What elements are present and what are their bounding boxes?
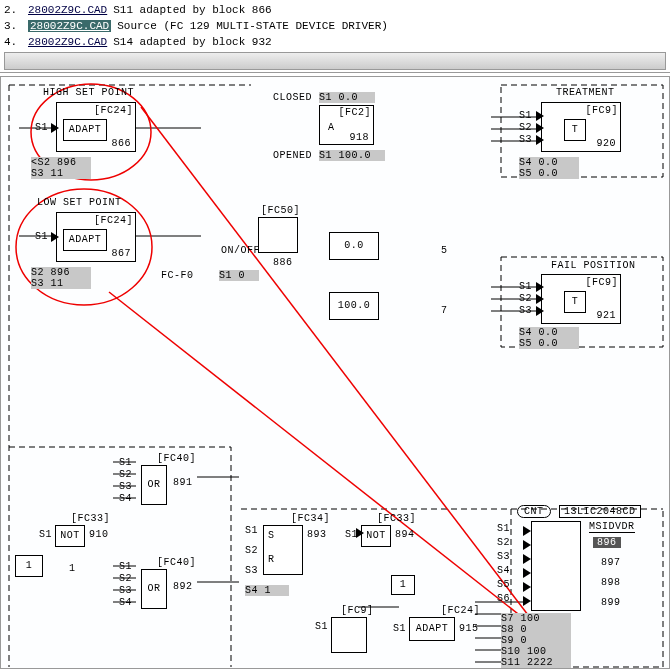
diagram-canvas[interactable]: HIGH SET POINT [FC24] ADAPT 866 S1 <S2 8… bbox=[0, 76, 670, 669]
file-link[interactable]: 28002Z9C.CAD bbox=[28, 36, 107, 48]
file-link-selected[interactable]: 28002Z9C.CAD bbox=[28, 20, 111, 32]
opened-label: OPENED bbox=[273, 150, 312, 161]
arrow-icon bbox=[356, 528, 364, 538]
sr-block: S R bbox=[263, 525, 303, 575]
sl5: S5 bbox=[497, 579, 510, 590]
lsp-id: 867 bbox=[111, 248, 131, 259]
mux-block bbox=[531, 521, 581, 611]
row-desc: S11 adapted by block 866 bbox=[113, 4, 271, 16]
or2: OR bbox=[141, 569, 167, 609]
or1: OR bbox=[141, 465, 167, 505]
id897: 897 bbox=[601, 557, 621, 568]
num5: 5 bbox=[441, 245, 448, 256]
arrow-icon bbox=[523, 540, 531, 550]
not1: NOT bbox=[55, 525, 85, 547]
fail-id: 921 bbox=[596, 310, 616, 321]
sl2: S2 bbox=[497, 537, 510, 548]
f-s4: S4 0.0 bbox=[519, 327, 579, 338]
id898: 898 bbox=[601, 577, 621, 588]
hsp-id: 866 bbox=[111, 138, 131, 149]
arrow-icon bbox=[523, 526, 531, 536]
sl1: S1 bbox=[497, 523, 510, 534]
not2-fc: [FC33] bbox=[377, 513, 416, 524]
hsp-title: HIGH SET POINT bbox=[43, 87, 134, 98]
s1b: S1 bbox=[315, 621, 328, 632]
fc9b-block bbox=[331, 617, 367, 653]
arrow-icon bbox=[536, 135, 544, 145]
tag: 13LIC2048CD bbox=[559, 505, 641, 518]
row-desc: S14 adapted by block 932 bbox=[113, 36, 271, 48]
bot0: S7 100 bbox=[501, 613, 571, 624]
bot1: S8 0 bbox=[501, 624, 571, 635]
onoff: ON/OFF bbox=[221, 245, 260, 256]
sr-s2: S2 bbox=[245, 545, 258, 556]
fail-fc: [FC9] bbox=[585, 277, 618, 288]
f-s3: S3 bbox=[519, 305, 532, 316]
hsp-b: S3 11 bbox=[31, 168, 91, 179]
id896: 896 bbox=[593, 537, 621, 548]
adapt2-id: 915 bbox=[459, 623, 479, 634]
file-link[interactable]: 28002Z9C.CAD bbox=[28, 4, 107, 16]
fail-block: [FC9] T 921 bbox=[541, 274, 621, 324]
A: A bbox=[328, 122, 335, 133]
hsp-block: [FC24] ADAPT 866 bbox=[56, 102, 136, 152]
s1-0: S1 0 bbox=[219, 270, 259, 281]
s1-00: S1 0.0 bbox=[319, 92, 375, 103]
fail-T: T bbox=[564, 291, 586, 313]
or1-s1: S1 bbox=[119, 457, 132, 468]
t-s3: S3 bbox=[519, 134, 532, 145]
arrow-icon bbox=[536, 282, 544, 292]
cnt-badge: CNT bbox=[517, 505, 551, 518]
sl6: S6 bbox=[497, 593, 510, 604]
sr-s1: S1 bbox=[245, 525, 258, 536]
t-s1: S1 bbox=[519, 110, 532, 121]
list-item[interactable]: 3. 28002Z9C.CAD Source (FC 129 MULTI-STA… bbox=[4, 18, 666, 34]
list-item[interactable]: 2. 28002Z9C.CAD S11 adapted by block 866 bbox=[4, 2, 666, 18]
or1-s4: S4 bbox=[119, 493, 132, 504]
sr-s4: S4 1 bbox=[245, 585, 289, 596]
sr-id: 893 bbox=[307, 529, 327, 540]
or2-id: 892 bbox=[173, 581, 193, 592]
arrow-icon bbox=[523, 596, 531, 606]
arrow-icon bbox=[51, 232, 59, 242]
num7: 7 bbox=[441, 305, 448, 316]
or2-s3: S3 bbox=[119, 585, 132, 596]
const-1c: 1 bbox=[391, 575, 415, 595]
or1-fc: [FC40] bbox=[157, 453, 196, 464]
hsp-a: <S2 896 bbox=[31, 157, 91, 168]
sr-R: R bbox=[268, 554, 275, 565]
sl3: S3 bbox=[497, 551, 510, 562]
treat-title: TREATMENT bbox=[556, 87, 615, 98]
s1-100: S1 100.0 bbox=[319, 150, 385, 161]
lsp-block: [FC24] ADAPT 867 bbox=[56, 212, 136, 262]
file-list: 2. 28002Z9C.CAD S11 adapted by block 866… bbox=[0, 0, 670, 73]
id886: 886 bbox=[273, 257, 293, 268]
t-s4: S4 0.0 bbox=[519, 157, 579, 168]
arrow-icon bbox=[523, 568, 531, 578]
t-s5: S5 0.0 bbox=[519, 168, 579, 179]
fcf0: FC-F0 bbox=[161, 270, 194, 281]
lsp-fc: [FC24] bbox=[94, 215, 133, 226]
lsp-b: S3 11 bbox=[31, 278, 91, 289]
sl4: S4 bbox=[497, 565, 510, 576]
sr-s3: S3 bbox=[245, 565, 258, 576]
arrow-icon bbox=[536, 306, 544, 316]
id899: 899 bbox=[601, 597, 621, 608]
list-item[interactable]: 4. 28002Z9C.CAD S14 adapted by block 932 bbox=[4, 34, 666, 50]
row-num: 2. bbox=[4, 4, 22, 16]
not1-s: S1 bbox=[39, 529, 52, 540]
treat-fc: [FC9] bbox=[585, 105, 618, 116]
adapt2-fc: [FC24] bbox=[441, 605, 480, 616]
arrow-icon bbox=[523, 582, 531, 592]
not1-fc: [FC33] bbox=[71, 513, 110, 524]
row-num: 3. bbox=[4, 20, 22, 32]
not2: NOT bbox=[361, 525, 391, 547]
sr-S: S bbox=[268, 530, 275, 541]
sr-fc: [FC34] bbox=[291, 513, 330, 524]
fc9b: [FC9] bbox=[341, 605, 374, 616]
f-s5: S5 0.0 bbox=[519, 338, 579, 349]
fc2-block: [FC2] A 918 bbox=[319, 105, 374, 145]
adapt2-s: S1 bbox=[393, 623, 406, 634]
or2-s2: S2 bbox=[119, 573, 132, 584]
scrollbar[interactable] bbox=[4, 52, 666, 70]
